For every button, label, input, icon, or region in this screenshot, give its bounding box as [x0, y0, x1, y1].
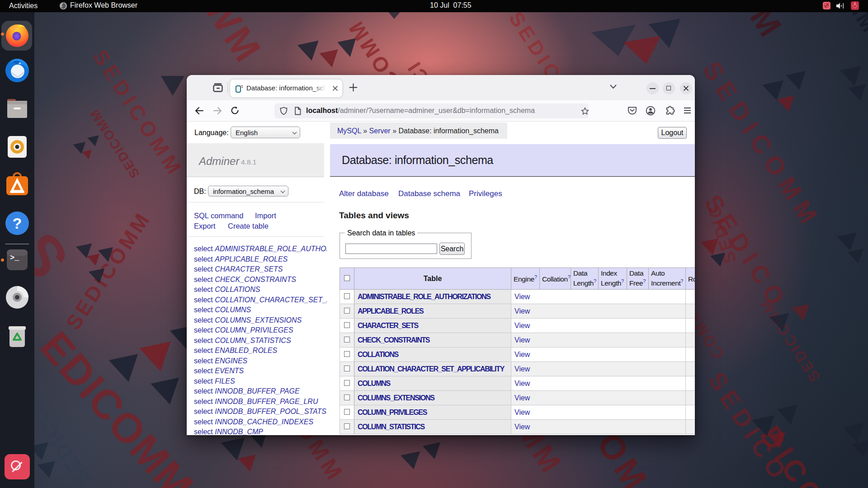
svg-text:?: ? — [13, 215, 22, 232]
svg-text:>_: >_ — [10, 253, 19, 262]
